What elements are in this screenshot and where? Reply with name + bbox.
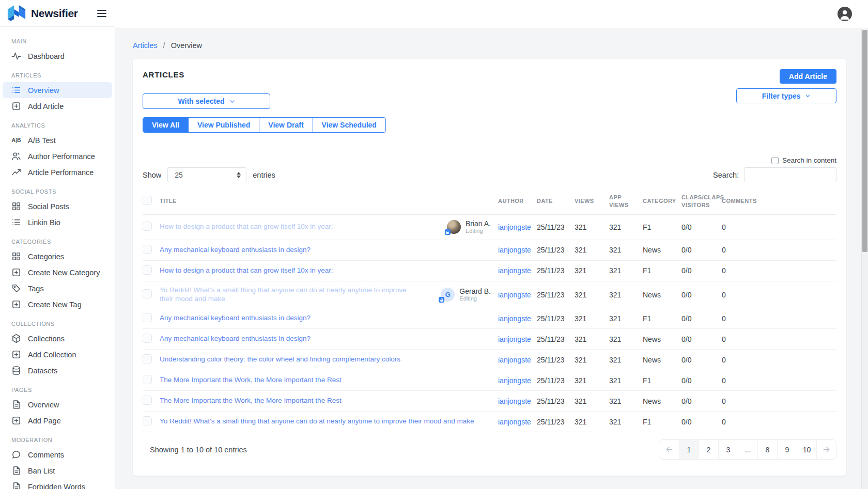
comments-cell: 0 xyxy=(722,310,836,327)
table-row: Any mechanical keyboard enthusiasts in d… xyxy=(143,329,836,350)
sidebar-item-datasets[interactable]: Datasets xyxy=(3,362,112,378)
comments-cell: 0 xyxy=(722,218,836,236)
page-button-1[interactable]: 1 xyxy=(679,440,699,459)
breadcrumb-articles-link[interactable]: Articles xyxy=(133,41,158,50)
title-cell: Yo Reddit! What's a small thing that any… xyxy=(160,413,498,431)
row-checkbox[interactable] xyxy=(143,313,152,322)
table-row: The More Important the Work, the More Im… xyxy=(143,370,836,391)
sidebar-item-collections[interactable]: Collections xyxy=(3,330,112,346)
sidebar-item-create-new-category[interactable]: Create New Category xyxy=(3,264,112,280)
article-title-link[interactable]: Any mechanical keyboard enthusiasts in d… xyxy=(160,246,311,255)
row-checkbox[interactable] xyxy=(143,375,152,384)
with-selected-button[interactable]: With selected xyxy=(143,93,270,109)
sidebar-item-forbidden-words[interactable]: Forbidden Words xyxy=(3,479,112,489)
sidebar-item-add-page[interactable]: Add Page xyxy=(3,413,112,429)
column-header-views: VIEWS xyxy=(575,192,609,210)
article-title-link[interactable]: How to design a product that can grow it… xyxy=(160,266,333,275)
article-title-link[interactable]: The More Important the Work, the More Im… xyxy=(160,397,342,405)
file-icon xyxy=(11,482,21,489)
page-button-2[interactable]: 2 xyxy=(699,440,718,459)
author-link[interactable]: ianjongste xyxy=(498,335,531,343)
sidebar-item-label: Add Page xyxy=(28,417,61,425)
author-link[interactable]: ianjongste xyxy=(498,314,531,323)
editor-meta: Gerard B.Editing xyxy=(459,287,491,303)
row-checkbox[interactable] xyxy=(143,354,152,364)
menu-icon[interactable] xyxy=(97,10,106,17)
show-entries-select[interactable]: 25 xyxy=(167,167,246,182)
sidebar-item-categories[interactable]: Categories xyxy=(3,248,112,264)
article-title-link[interactable]: Understanding color theory: the color wh… xyxy=(160,355,400,364)
newsifier-logo-icon xyxy=(7,5,26,22)
views-cell: 321 xyxy=(575,351,609,369)
row-checkbox-cell xyxy=(143,308,160,328)
page-button-10[interactable]: 10 xyxy=(797,440,816,459)
sidebar-item-ban-list[interactable]: Ban List xyxy=(3,463,112,479)
comments-cell: 0 xyxy=(722,330,836,348)
page-button-9[interactable]: 9 xyxy=(777,440,797,459)
row-checkbox[interactable] xyxy=(143,334,152,343)
article-title-link[interactable]: Any mechanical keyboard enthusiasts in d… xyxy=(160,335,311,343)
sidebar-item-linkin-bio[interactable]: Linkin Bio xyxy=(3,214,112,230)
column-header-author: AUTHOR xyxy=(498,192,537,210)
table-row: The More Important the Work, the More Im… xyxy=(143,391,836,412)
sidebar-item-a-b-test[interactable]: A|BA/B Test xyxy=(3,132,112,148)
user-avatar[interactable] xyxy=(838,7,852,21)
add-article-button[interactable]: Add Article xyxy=(780,69,836,84)
author-cell: ianjongste xyxy=(498,330,537,348)
brand-name: Newsifier xyxy=(31,7,78,20)
tab-view-all[interactable]: View All xyxy=(143,118,188,132)
sidebar-item-tags[interactable]: Tags xyxy=(3,280,112,296)
sidebar-item-author-performance[interactable]: Author Performance xyxy=(3,148,112,164)
row-checkbox[interactable] xyxy=(143,396,152,405)
author-link[interactable]: ianjongste xyxy=(498,223,531,231)
sidebar-item-overview[interactable]: Overview xyxy=(3,397,112,413)
row-checkbox[interactable] xyxy=(143,222,152,231)
next-page-button[interactable] xyxy=(816,440,836,459)
prev-page-button[interactable] xyxy=(659,440,679,459)
tab-view-scheduled[interactable]: View Scheduled xyxy=(313,118,385,132)
category-cell: News xyxy=(643,351,681,369)
article-title-link[interactable]: The More Important the Work, the More Im… xyxy=(160,376,342,385)
tab-view-published[interactable]: View Published xyxy=(188,118,259,132)
tab-view-draft[interactable]: View Draft xyxy=(259,118,312,132)
search-in-content-checkbox[interactable] xyxy=(771,157,779,164)
chevron-down-icon xyxy=(229,99,235,104)
sidebar-item-add-collection[interactable]: Add Collection xyxy=(3,346,112,362)
row-checkbox-cell xyxy=(143,329,160,349)
sidebar-item-create-new-tag[interactable]: Create New Tag xyxy=(3,296,112,312)
page-button-8[interactable]: 8 xyxy=(757,440,777,459)
author-link[interactable]: ianjongste xyxy=(498,266,531,275)
brand-logo[interactable]: Newsifier xyxy=(7,5,78,22)
author-link[interactable]: ianjongste xyxy=(498,246,531,254)
sidebar-item-comments[interactable]: Comments xyxy=(3,447,112,463)
search-input[interactable] xyxy=(744,167,836,182)
article-title-link[interactable]: Yo Reddit! What's a small thing that any… xyxy=(160,286,421,304)
row-checkbox[interactable] xyxy=(143,289,152,298)
sidebar-item-dashboard[interactable]: Dashboard xyxy=(3,48,112,64)
author-link[interactable]: ianjongste xyxy=(498,356,531,364)
article-title-link[interactable]: Any mechanical keyboard enthusiasts in d… xyxy=(160,314,311,323)
filter-types-button[interactable]: Filter types xyxy=(736,88,836,103)
article-title-link[interactable]: How to design a product that can grow it… xyxy=(160,223,333,231)
row-checkbox[interactable] xyxy=(143,265,152,275)
page-button-3[interactable]: 3 xyxy=(718,440,738,459)
author-link[interactable]: ianjongste xyxy=(498,291,531,299)
sidebar-item-article-performance[interactable]: Article Performance xyxy=(3,164,112,180)
sidebar-item-overview[interactable]: Overview xyxy=(3,82,112,98)
row-checkbox[interactable] xyxy=(143,416,152,425)
row-checkbox[interactable] xyxy=(143,245,152,254)
plus-square-icon xyxy=(11,267,21,277)
select-all-checkbox[interactable] xyxy=(143,196,152,205)
article-title-link[interactable]: Yo Reddit! What's a small thing that any… xyxy=(160,417,474,426)
plus-square-icon xyxy=(11,416,21,425)
page-scrollbar[interactable] xyxy=(861,29,868,489)
category-cell: F1 xyxy=(643,262,681,279)
author-link[interactable]: ianjongste xyxy=(498,376,531,385)
author-link[interactable]: ianjongste xyxy=(498,397,531,405)
scrollbar-thumb[interactable] xyxy=(862,30,867,252)
filter-types-label: Filter types xyxy=(762,92,801,100)
sidebar-item-add-article[interactable]: Add Article xyxy=(3,98,112,114)
sidebar-item-label: Collections xyxy=(28,335,65,343)
sidebar-item-social-posts[interactable]: Social Posts xyxy=(3,198,112,214)
author-link[interactable]: ianjongste xyxy=(498,418,531,426)
